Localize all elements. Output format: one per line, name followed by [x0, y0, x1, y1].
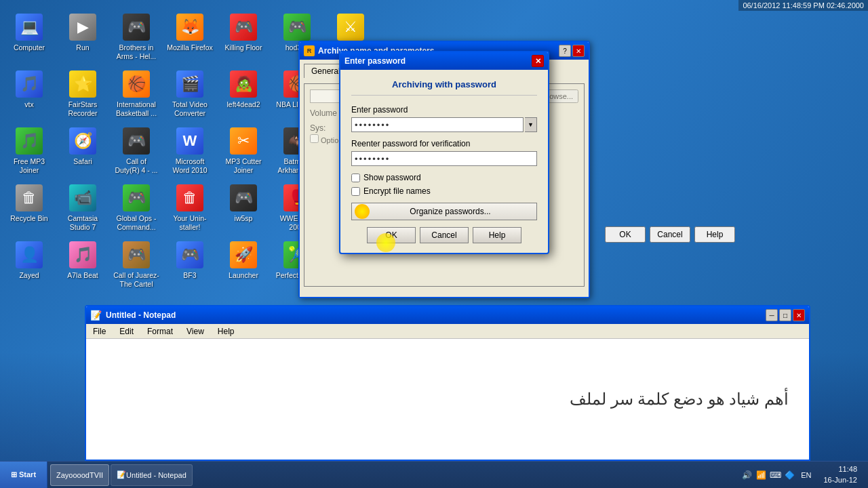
archive-help-btn2[interactable]: Help [694, 226, 735, 243]
icon-mp3cut[interactable]: ✂ MP3 Cutter Joiner [220, 125, 267, 176]
tray-icon-1[interactable]: 🔊 [741, 469, 753, 481]
password-header: Archiving with password [351, 79, 537, 96]
archive-ok-btn[interactable]: OK [605, 226, 646, 243]
safari-icon: 🧭 [69, 127, 96, 155]
bf3-icon: 🎮 [176, 241, 203, 268]
icon-recycle-label: Recycle Bin [10, 214, 47, 223]
cod-icon: 🎮 [123, 127, 150, 155]
notepad-controls: ─ □ ✕ [766, 309, 805, 321]
tray-icon-2[interactable]: 📶 [755, 469, 767, 481]
icon-killing[interactable]: 🎮 Killing Floor [220, 11, 267, 62]
show-password-checkbox[interactable] [351, 174, 360, 182]
notepad-menu-view[interactable]: View [182, 325, 208, 338]
taskbar-item-zayoood-label: ZayoooodTVII [56, 471, 103, 479]
notepad-menubar: File Edit Format View Help [86, 324, 809, 339]
ageof-icon: ⚔ [337, 14, 364, 41]
icon-msword[interactable]: W Microsoft Word 2010 [166, 125, 214, 176]
icon-calljuarez-label: Call of Juarez- The Cartel [113, 271, 159, 288]
password-help-btn[interactable]: Help [473, 227, 521, 243]
archive-cancel-btn[interactable]: Cancel [650, 226, 690, 243]
icon-vtx[interactable]: 🎵 vtx [5, 68, 53, 119]
icon-a7la-label: A7la Beat [67, 271, 98, 280]
msword-icon: W [176, 127, 203, 155]
icon-calljuarez[interactable]: 🎮 Call of Juarez- The Cartel [113, 239, 160, 289]
icon-firefox-label: Mozilla Firefox [167, 43, 213, 52]
icon-run[interactable]: ▶ Run [59, 11, 106, 62]
notepad-minimize-btn[interactable]: ─ [766, 309, 778, 321]
enter-password-label: Enter password [351, 105, 537, 115]
notepad-window: 📝 Untitled - Notepad ─ □ ✕ File Edit For… [85, 305, 810, 461]
notepad-menu-file[interactable]: File [89, 325, 110, 338]
notepad-menu-edit[interactable]: Edit [115, 325, 138, 338]
reenter-input-row [351, 151, 537, 166]
notepad-titlebar: 📝 Untitled - Notepad ─ □ ✕ [86, 306, 809, 324]
mp3cut-icon: ✂ [230, 127, 257, 155]
icon-totalvideo[interactable]: 🎬 Total Video Converter [166, 68, 214, 119]
icon-camtasia[interactable]: 📹 Camtasia Studio 7 [59, 182, 106, 232]
notepad-menu-help[interactable]: Help [214, 325, 239, 338]
icon-l4d2[interactable]: 🧟 left4dead2 [220, 68, 267, 119]
icon-a7la[interactable]: 🎵 A7la Beat [59, 239, 106, 289]
password-cancel-btn[interactable]: Cancel [420, 227, 469, 243]
taskbar-item-notepad[interactable]: 📝 Untitled - Notepad [111, 464, 193, 486]
brothers-icon: 🎮 [123, 14, 150, 41]
icon-computer[interactable]: 💻 Computer [5, 11, 53, 62]
run-icon: ▶ [69, 14, 96, 41]
icon-bf3[interactable]: 🎮 BF3 [166, 239, 214, 289]
clock-alt: 02:46.2000 [827, 1, 864, 9]
taskbar-time: 11:48 [823, 464, 857, 474]
icon-brothers-label: Brothers in Arms - Hel... [113, 43, 159, 60]
password-ok-btn[interactable]: OK [367, 227, 416, 243]
icon-iw5sp-label: iw5sp [235, 214, 253, 223]
system-tray: 🔊 📶 ⌨ 🔷 EN 11:48 16-Jun-12 [736, 464, 868, 485]
icon-brothers[interactable]: 🎮 Brothers in Arms - Hel... [113, 11, 160, 62]
notepad-menu-format[interactable]: Format [143, 325, 177, 338]
icon-fairstars[interactable]: ⭐ FairStars Recorder [59, 68, 106, 119]
archive-close-btn[interactable]: ✕ [572, 45, 585, 57]
notepad-body[interactable]: أهم شياد هو دضع كلمة سر لملف [86, 339, 809, 460]
icon-globalops-label: Global Ops - Command... [113, 214, 159, 231]
icon-iw5sp[interactable]: 🎮 iw5sp [220, 182, 267, 232]
password-dropdown-btn[interactable]: ▼ [525, 117, 537, 132]
hod3pc-icon: 🎮 [283, 14, 311, 41]
icon-launcher[interactable]: 🚀 Launcher [220, 239, 267, 289]
taskbar-item-notepad-icon: 📝 [117, 470, 126, 479]
organize-passwords-btn[interactable]: Organize passwords... [351, 203, 537, 220]
password-input[interactable] [351, 117, 524, 132]
notepad-title-text: Untitled - Notepad [106, 310, 176, 320]
tray-icons: 🔊 📶 ⌨ 🔷 [741, 469, 795, 481]
notepad-maximize-btn[interactable]: □ [779, 309, 791, 321]
computer-icon: 💻 [16, 14, 43, 41]
chk1[interactable] [310, 134, 319, 143]
icon-bf3-label: BF3 [183, 271, 196, 280]
show-password-label: Show password [363, 173, 421, 182]
icon-recycle[interactable]: 🗑 Recycle Bin [5, 182, 53, 232]
icon-firefox[interactable]: 🦊 Mozilla Firefox [166, 11, 214, 62]
encrypt-names-label: Encrypt file names [363, 186, 431, 196]
encrypt-names-checkbox[interactable] [351, 187, 360, 196]
icon-intl[interactable]: 🏀 International Basketball ... [113, 68, 160, 119]
icon-zayed[interactable]: 👤 Zayed [5, 239, 53, 289]
icon-fremp3[interactable]: 🎵 Free MP3 Joiner [5, 125, 53, 176]
password-titlebar: Enter password ✕ [340, 52, 548, 70]
arabic-text: أهم شياد هو دضع كلمة سر لملف [570, 390, 789, 409]
icon-safari[interactable]: 🧭 Safari [59, 125, 106, 176]
notepad-close-btn[interactable]: ✕ [793, 309, 805, 321]
totalvideo-icon: 🎬 [176, 70, 203, 98]
start-button[interactable]: ⊞ Start [0, 462, 47, 489]
password-dialog-buttons: OK Cancel Help [351, 227, 537, 243]
icon-globalops[interactable]: 🎮 Global Ops - Command... [113, 182, 160, 232]
icon-cod[interactable]: 🎮 Call of Duty(R) 4 - ... [113, 125, 160, 176]
tray-icon-4[interactable]: 🔷 [783, 469, 795, 481]
reenter-password-input[interactable] [351, 151, 537, 166]
icon-youruninstaller[interactable]: 🗑 Your Unin-staller! [166, 182, 214, 232]
icon-cod-label: Call of Duty(R) 4 - ... [113, 157, 159, 174]
taskbar-item-zayoood[interactable]: ZayoooodTVII [50, 464, 109, 486]
recycle-icon: 🗑 [16, 184, 43, 211]
password-close-btn[interactable]: ✕ [532, 55, 544, 67]
tray-icon-3[interactable]: ⌨ [769, 469, 781, 481]
show-password-row: Show password [351, 173, 537, 182]
archive-help-btn[interactable]: ? [559, 45, 571, 57]
vtx-icon: 🎵 [16, 70, 43, 98]
taskbar: ⊞ Start ZayoooodTVII 📝 Untitled - Notepa… [0, 461, 868, 488]
